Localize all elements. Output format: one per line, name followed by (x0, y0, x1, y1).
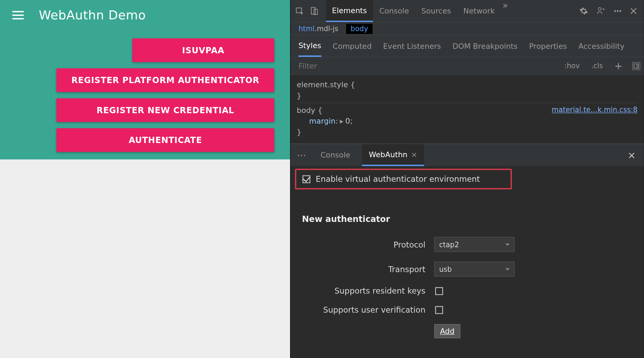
svg-rect-2 (314, 9, 317, 15)
webauthn-demo-app: WebAuthn Demo ISUVPAA REGISTER PLATFORM … (0, 0, 290, 358)
new-authenticator-heading: New authenticator (302, 214, 644, 224)
drawer: ⋯ Console WebAuthn× × Enable virtual aut… (290, 144, 644, 338)
hov-toggle[interactable]: :hov (563, 62, 581, 70)
tab-event-listeners[interactable]: Event Listeners (383, 35, 441, 57)
register-platform-button[interactable]: REGISTER PLATFORM AUTHENTICATOR (56, 68, 274, 92)
tab-console[interactable]: Console (373, 0, 415, 22)
drawer-tabbar: ⋯ Console WebAuthn× × (290, 144, 644, 166)
transport-label: Transport (302, 265, 434, 274)
user-verification-label: Supports user verification (302, 305, 434, 315)
protocol-label: Protocol (302, 240, 434, 249)
tab-styles[interactable]: Styles (298, 35, 321, 57)
authenticate-button[interactable]: AUTHENTICATE (56, 128, 274, 152)
filter-input[interactable] (298, 61, 555, 70)
devtools-top-bar: Elements Console Sources Network » (290, 0, 644, 22)
resident-keys-label: Supports resident keys (302, 286, 434, 296)
add-rule-icon[interactable]: + (613, 60, 625, 71)
dom-breadcrumb: html.mdl-js body (290, 22, 644, 35)
account-icon[interactable] (596, 6, 606, 16)
transport-select[interactable]: usb (434, 262, 515, 277)
tab-accessibility[interactable]: Accessibility (578, 35, 625, 57)
breadcrumb-body[interactable]: body (346, 24, 373, 34)
cls-toggle[interactable]: .cls (590, 62, 605, 70)
gear-icon[interactable] (579, 7, 588, 15)
inspect-icon[interactable] (294, 5, 305, 17)
styles-filter-bar: :hov .cls + (290, 57, 644, 75)
svg-point-6 (619, 10, 621, 12)
drawer-tab-webauthn[interactable]: WebAuthn× (362, 144, 425, 166)
svg-rect-7 (634, 64, 638, 68)
protocol-select[interactable]: ctap2 (434, 237, 515, 252)
margin-value[interactable]: 0 (345, 117, 350, 125)
enable-label: Enable virtual authenticator environment (316, 174, 480, 184)
styles-tabbar: Styles Computed Event Listeners DOM Brea… (290, 35, 644, 57)
enable-checkbox[interactable] (303, 175, 311, 183)
resident-keys-checkbox[interactable] (435, 287, 443, 295)
css-rules: element.style { } material.te…k.min.css:… (290, 75, 644, 144)
kebab-icon[interactable] (614, 10, 622, 12)
svg-point-4 (614, 10, 616, 12)
more-tabs-icon[interactable]: » (503, 0, 508, 22)
register-credential-button[interactable]: REGISTER NEW CREDENTIAL (56, 98, 274, 122)
user-verification-checkbox[interactable] (435, 306, 443, 314)
device-toggle-icon[interactable] (308, 5, 320, 17)
drawer-kebab-icon[interactable]: ⋯ (295, 150, 309, 161)
svg-point-3 (598, 8, 601, 10)
tab-sources[interactable]: Sources (415, 0, 457, 22)
margin-property[interactable]: margin (297, 117, 336, 125)
tab-dom-breakpoints[interactable]: DOM Breakpoints (452, 35, 517, 57)
drawer-tab-console[interactable]: Console (313, 144, 357, 166)
isuvpaa-button[interactable]: ISUVPAA (132, 38, 275, 62)
webauthn-panel: Enable virtual authenticator environment… (290, 169, 644, 338)
source-link[interactable]: material.te…k.min.css:8 (552, 105, 638, 115)
app-title: WebAuthn Demo (39, 8, 146, 23)
breadcrumb-html[interactable]: html.mdl-js (298, 25, 338, 33)
app-hero: WebAuthn Demo ISUVPAA REGISTER PLATFORM … (0, 0, 290, 159)
enable-virtual-authenticator-row: Enable virtual authenticator environment (295, 169, 512, 189)
expand-icon[interactable]: ▸ (340, 117, 343, 125)
close-drawer-icon[interactable]: × (628, 150, 639, 161)
tab-network[interactable]: Network (457, 0, 501, 22)
svg-rect-1 (311, 8, 315, 14)
tab-computed[interactable]: Computed (333, 35, 372, 57)
tab-elements[interactable]: Elements (326, 0, 373, 22)
close-tab-icon[interactable]: × (411, 150, 417, 159)
side-panel-icon[interactable] (632, 62, 640, 70)
tab-properties[interactable]: Properties (529, 35, 567, 57)
element-style-selector[interactable]: element.style { (297, 79, 637, 90)
devtools: Elements Console Sources Network » (290, 0, 644, 358)
svg-point-5 (617, 10, 619, 12)
close-devtools-icon[interactable] (629, 7, 637, 15)
add-button[interactable]: Add (434, 324, 460, 338)
menu-icon[interactable] (12, 11, 24, 19)
